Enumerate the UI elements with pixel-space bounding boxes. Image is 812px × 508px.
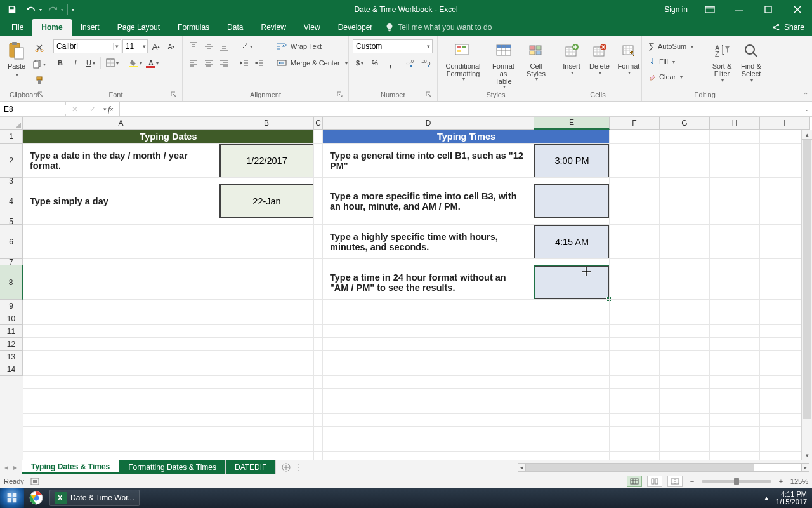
horizontal-scrollbar[interactable]: ◂▸ xyxy=(518,463,809,472)
col-header-G[interactable]: G xyxy=(660,117,710,130)
save-icon[interactable] xyxy=(4,1,20,18)
autosum-button[interactable]: ∑AutoSum▾ xyxy=(646,39,707,53)
row-header-3[interactable]: 3 xyxy=(0,178,23,184)
sheet-tab-3[interactable]: DATEDIF xyxy=(226,460,276,474)
taskbar-chrome[interactable] xyxy=(24,488,48,508)
conditional-formatting-button[interactable]: Conditional Formatting▾ xyxy=(442,38,485,83)
tab-view[interactable]: View xyxy=(295,19,329,36)
fill-color-button[interactable]: ▾ xyxy=(127,56,145,70)
tab-file[interactable]: File xyxy=(3,19,32,36)
grid[interactable]: Typing Dates Typing Times Type a date in… xyxy=(23,130,801,460)
wrap-text-button[interactable]: Wrap Text xyxy=(274,39,344,53)
macro-record-icon[interactable] xyxy=(30,478,39,485)
row-header-10[interactable]: 10 xyxy=(0,312,23,325)
cell-d6[interactable]: Type a highly specific time with hours, … xyxy=(323,225,534,259)
col-header-B[interactable]: B xyxy=(219,117,314,130)
row-headers[interactable]: 1234567891011121314 xyxy=(0,130,23,460)
find-select-button[interactable]: Find & Select▾ xyxy=(737,38,765,84)
copy-button[interactable]: ▾ xyxy=(30,57,48,71)
clear-button[interactable]: Clear▾ xyxy=(646,70,694,84)
decrease-decimal-button[interactable]: .00.0 xyxy=(418,56,433,70)
tab-data[interactable]: Data xyxy=(218,19,252,36)
row-header-14[interactable]: 14 xyxy=(0,363,23,376)
cell-d4[interactable]: Type a more specific time into cell B3, … xyxy=(323,184,534,218)
fill-button[interactable]: Fill▾ xyxy=(646,55,690,69)
col-header-I[interactable]: I xyxy=(760,117,810,130)
tab-developer[interactable]: Developer xyxy=(329,19,382,36)
bold-button[interactable]: B xyxy=(53,56,67,70)
tab-page-layout[interactable]: Page Layout xyxy=(108,19,169,36)
ribbon-display-options-icon[interactable] xyxy=(695,0,724,19)
row-header-8[interactable]: 8 xyxy=(0,265,23,300)
row-header-4[interactable]: 4 xyxy=(0,184,23,218)
delete-cells-button[interactable]: Delete▾ xyxy=(586,38,613,77)
cell-b2[interactable]: 1/22/2017 xyxy=(219,144,314,178)
underline-button[interactable]: U▾ xyxy=(84,56,98,70)
cell-d2[interactable]: Type a general time into cell B1, such a… xyxy=(323,144,534,178)
dialog-launcher-icon[interactable] xyxy=(37,91,45,99)
merge-center-button[interactable]: Merge & Center▾ xyxy=(274,56,350,70)
accounting-format-button[interactable]: $▾ xyxy=(353,56,367,70)
decrease-font-button[interactable]: A▾ xyxy=(164,39,178,53)
signin-button[interactable]: Sign in xyxy=(657,0,695,19)
row-header-2[interactable]: 2 xyxy=(0,144,23,178)
cell-e6[interactable]: 4:15 AM xyxy=(534,225,610,259)
row-header-12[interactable]: 12 xyxy=(0,338,23,351)
align-bottom-button[interactable] xyxy=(217,39,231,53)
col-header-H[interactable]: H xyxy=(710,117,760,130)
dialog-launcher-icon[interactable] xyxy=(171,91,178,99)
insert-function-button[interactable]: fx xyxy=(102,102,119,116)
font-name-combo[interactable]: ▾ xyxy=(53,39,121,53)
expand-formula-bar[interactable]: ⌄ xyxy=(801,102,812,116)
start-button[interactable] xyxy=(0,488,24,508)
percent-button[interactable]: % xyxy=(368,56,382,70)
increase-indent-button[interactable] xyxy=(252,56,266,70)
col-header-C[interactable]: C xyxy=(314,117,323,130)
zoom-in-button[interactable]: + xyxy=(776,478,785,485)
font-name-input[interactable] xyxy=(54,42,113,51)
cell-d1-header[interactable]: Typing Times xyxy=(323,130,610,144)
col-header-A[interactable]: A xyxy=(23,117,219,130)
dialog-launcher-icon[interactable] xyxy=(426,91,433,99)
share-button[interactable]: Share xyxy=(764,19,812,36)
row-header-7[interactable]: 7 xyxy=(0,259,23,265)
row-header-9[interactable]: 9 xyxy=(0,300,23,312)
cell-a4[interactable]: Type simply a day xyxy=(23,184,219,218)
close-icon[interactable] xyxy=(783,0,812,19)
align-top-button[interactable] xyxy=(187,39,200,53)
sheet-tab-2[interactable]: Formatting Dates & Times xyxy=(119,460,226,474)
paste-button[interactable]: Paste▾ xyxy=(4,38,29,80)
column-headers[interactable]: ABCDEFGHI xyxy=(23,117,810,130)
sheet-tab-1[interactable]: Typing Dates & Times xyxy=(22,460,119,474)
dialog-launcher-icon[interactable] xyxy=(337,91,344,99)
formula-bar-input[interactable] xyxy=(120,102,801,116)
cell-e4[interactable] xyxy=(534,184,610,218)
undo-icon[interactable] xyxy=(23,1,39,18)
borders-button[interactable]: ▾ xyxy=(103,56,121,70)
row-header-1[interactable]: 1 xyxy=(0,130,23,144)
tab-home[interactable]: Home xyxy=(32,19,71,36)
tab-review[interactable]: Review xyxy=(252,19,294,36)
cell-e8[interactable] xyxy=(534,265,610,300)
cell-d8[interactable]: Type a time in 24 hour format without an… xyxy=(323,265,534,300)
view-page-break-button[interactable] xyxy=(667,476,683,487)
minimize-icon[interactable] xyxy=(724,0,754,19)
font-size-combo[interactable]: ▾ xyxy=(122,39,148,53)
format-as-table-button[interactable]: Format as Table▾ xyxy=(486,38,521,91)
col-header-E[interactable]: E xyxy=(534,117,610,130)
comma-button[interactable]: , xyxy=(383,56,397,70)
decrease-indent-button[interactable] xyxy=(237,56,251,70)
format-cells-button[interactable]: Format▾ xyxy=(614,38,643,77)
taskbar-clock[interactable]: 4:11 PM 1/15/2017 xyxy=(776,490,807,505)
row-header-13[interactable]: 13 xyxy=(0,351,23,363)
cell-e2[interactable]: 3:00 PM xyxy=(534,144,610,178)
align-middle-button[interactable] xyxy=(202,39,216,53)
cell-b4[interactable]: 22-Jan xyxy=(219,184,314,218)
row-header-5[interactable]: 5 xyxy=(0,218,23,225)
tab-insert[interactable]: Insert xyxy=(72,19,108,36)
col-header-D[interactable]: D xyxy=(323,117,534,130)
align-center-button[interactable] xyxy=(202,56,216,70)
tell-me-input[interactable] xyxy=(398,23,525,32)
number-format-input[interactable] xyxy=(353,42,424,51)
format-painter-button[interactable] xyxy=(30,74,48,88)
